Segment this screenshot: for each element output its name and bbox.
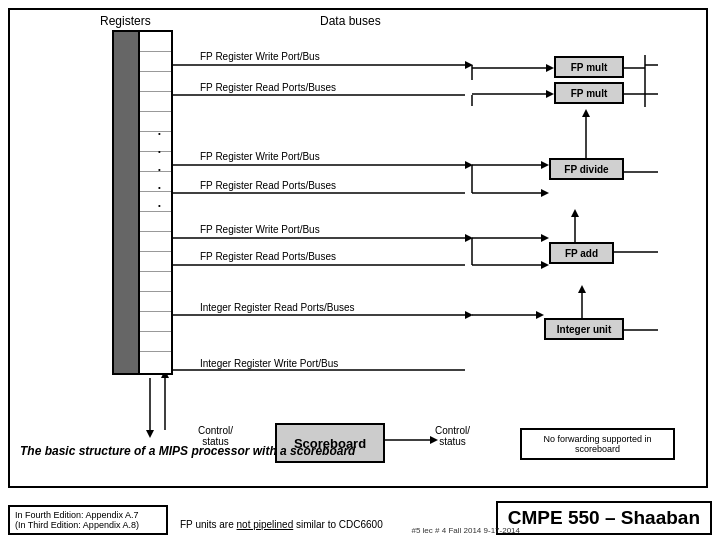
svg-marker-42 (536, 311, 544, 319)
svg-marker-34 (541, 261, 549, 269)
fp-read-label-3: FP Register Read Ports/Buses (200, 251, 336, 262)
edition-line2: (In Third Edition: Appendix A.8) (15, 520, 161, 530)
int-write-label: Integer Register Write Port/Bus (200, 358, 338, 369)
fp-write-label-1: FP Register Write Port/Bus (200, 51, 320, 62)
svg-marker-38 (571, 209, 579, 217)
basic-structure-text: The basic structure of a MIPS processor … (20, 444, 355, 458)
control-status-right: Control/status (435, 425, 470, 447)
svg-marker-28 (465, 234, 473, 242)
svg-marker-40 (465, 311, 473, 319)
svg-marker-16 (465, 161, 473, 169)
svg-marker-32 (541, 234, 549, 242)
fp-mult-1-box: FP mult (554, 56, 624, 78)
dots-area: ••••• (158, 125, 161, 215)
fp-divide-box: FP divide (549, 158, 624, 180)
svg-marker-26 (582, 109, 590, 117)
cmpe-label-box: CMPE 550 – Shaaban (496, 501, 712, 535)
int-read-label: Integer Register Read Ports/Buses (200, 302, 355, 313)
register-bank (138, 30, 173, 375)
svg-marker-49 (146, 430, 154, 438)
svg-marker-20 (541, 161, 549, 169)
slide-info: #5 lec # 4 Fall 2014 9-17-2014 (411, 526, 520, 535)
svg-marker-45 (578, 285, 586, 293)
fp-write-label-3: FP Register Write Port/Bus (200, 224, 320, 235)
svg-marker-22 (541, 189, 549, 197)
fp-read-label-1: FP Register Read Ports/Buses (200, 82, 336, 93)
databuses-label: Data buses (320, 14, 381, 28)
fp-add-box: FP add (549, 242, 614, 264)
register-bank-left-bar (112, 30, 140, 375)
integer-unit-box: Integer unit (544, 318, 624, 340)
fp-mult-2-box: FP mult (554, 82, 624, 104)
fp-read-label-2: FP Register Read Ports/Buses (200, 180, 336, 191)
diagram-box: Registers Data buses ••••• (8, 8, 708, 488)
registers-label: Registers (100, 14, 151, 28)
no-forwarding-box: No forwarding supported in scoreboard (520, 428, 675, 460)
main-container: Registers Data buses ••••• (0, 0, 720, 540)
svg-marker-9 (546, 90, 554, 98)
fp-write-label-2: FP Register Write Port/Bus (200, 151, 320, 162)
svg-marker-1 (465, 61, 473, 69)
edition-line1: In Fourth Edition: Appendix A.7 (15, 510, 161, 520)
fp-units-note: FP units are not pipelined similar to CD… (180, 519, 383, 530)
edition-box: In Fourth Edition: Appendix A.7 (In Thir… (8, 505, 168, 535)
svg-marker-7 (546, 64, 554, 72)
